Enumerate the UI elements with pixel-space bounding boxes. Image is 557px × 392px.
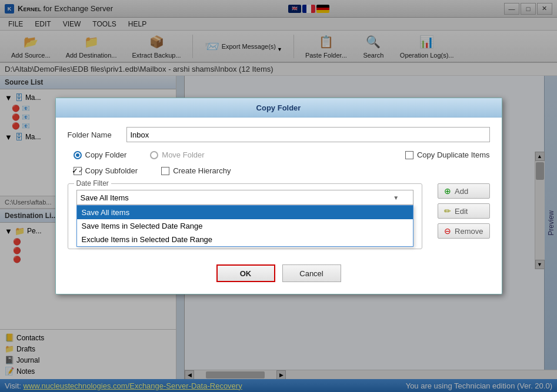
dropdown-option-1[interactable]: Save Items in Selected Date Range [77,219,413,233]
copy-duplicate-label: Copy Duplicate Items [417,150,490,159]
copy-duplicate-checkbox[interactable] [405,151,413,159]
remove-icon: ⊖ [444,226,451,236]
date-filter-dropdown-container: Save All Items ▼ Save All items Save Ite… [76,190,414,205]
copy-move-row: Copy Folder Move Folder Copy Duplicate I… [68,150,490,159]
dropdown-option-2[interactable]: Exclude Items in Selected Date Range [77,233,413,246]
dropdown-list: Save All items Save Items in Selected Da… [76,205,414,247]
date-filter-section: Date Filter Save All Items ▼ Save All it… [68,183,423,249]
create-hierarchy-option[interactable]: Create Hierarchy [161,166,231,175]
remove-button[interactable]: ⊖ Remove [438,223,489,239]
subfolder-row: ✓ Copy Subfolder Create Hierarchy [68,166,490,175]
folder-name-label: Folder Name [68,130,121,139]
dropdown-option-0[interactable]: Save All items [77,206,413,219]
move-folder-radio[interactable] [150,151,158,159]
copy-subfolder-checkbox[interactable]: ✓ [74,167,82,175]
date-filter-dropdown[interactable]: Save All Items ▼ [76,190,414,205]
copy-subfolder-label: Copy Subfolder [85,166,138,175]
copy-duplicate-option[interactable]: Copy Duplicate Items [405,150,490,159]
move-folder-label: Move Folder [162,150,204,159]
create-hierarchy-checkbox[interactable] [161,167,169,175]
copy-folder-label: Copy Folder [85,150,127,159]
date-filter-label: Date Filter [74,179,111,187]
copy-subfolder-option[interactable]: ✓ Copy Subfolder [74,166,138,175]
modal-title-bar: Copy Folder [56,98,502,118]
edit-label: Edit [455,207,468,216]
date-filter-row: Date Filter Save All Items ▼ Save All it… [68,183,490,259]
dropdown-selected-value: Save All Items [81,193,129,202]
cancel-button[interactable]: Cancel [282,264,341,282]
copy-folder-modal: Copy Folder Folder Name Copy Folder Move… [55,98,502,294]
action-buttons: ⊕ Add ✏ Edit ⊖ Remove [438,183,489,239]
dropdown-arrow-icon: ▼ [393,195,399,201]
add-button[interactable]: ⊕ Add [438,183,489,199]
ok-button[interactable]: OK [216,264,275,282]
modal-title: Copy Folder [256,103,301,112]
create-hierarchy-label: Create Hierarchy [173,166,231,175]
modal-footer: OK Cancel [68,259,490,284]
edit-button[interactable]: ✏ Edit [438,203,489,219]
copy-folder-option[interactable]: Copy Folder [74,150,127,159]
remove-label: Remove [455,227,483,236]
edit-icon: ✏ [444,206,451,216]
move-folder-option[interactable]: Move Folder [150,150,204,159]
add-label: Add [455,187,468,196]
add-icon: ⊕ [444,186,451,196]
modal-overlay: Copy Folder Folder Name Copy Folder Move… [0,0,557,392]
modal-body: Folder Name Copy Folder Move Folder Copy… [56,118,502,294]
folder-name-row: Folder Name [68,127,490,142]
folder-name-input[interactable] [126,127,490,142]
copy-folder-radio[interactable] [74,151,82,159]
